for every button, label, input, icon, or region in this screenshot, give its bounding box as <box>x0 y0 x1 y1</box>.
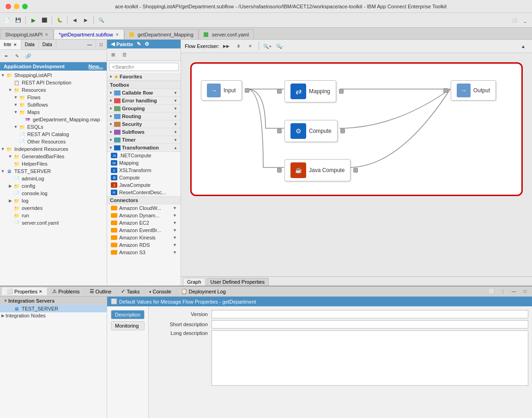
tree-independent-resources[interactable]: ▼ 📁 Independent Resources <box>0 145 107 153</box>
sidebar-new-link[interactable]: New... <box>89 64 103 69</box>
palette-search-input[interactable] <box>109 63 179 71</box>
input-output-port[interactable] <box>245 88 249 93</box>
compute-input-port[interactable] <box>277 129 282 133</box>
tree-test-server-bottom[interactable]: 🖥 TEST_SERVER <box>0 305 107 312</box>
tab-getdepartment-mapping[interactable]: getDepartment_Mapping <box>124 29 199 39</box>
tree-server-conf-yaml[interactable]: 📄 server.conf.yaml <box>0 219 107 227</box>
canvas-tab-graph[interactable]: Graph <box>183 278 206 286</box>
tab-shoppinglistapi-close[interactable]: ✕ <box>45 32 48 37</box>
palette-connector-cloudwatch[interactable]: Amazon CloudW... ▼ <box>107 204 181 212</box>
sidebar-link-button[interactable]: 🔗 <box>23 51 33 61</box>
palette-favorites[interactable]: ▼ ★ Favorites <box>107 73 181 81</box>
tree-adminlog[interactable]: 📄 adminLog <box>0 175 107 182</box>
canvas-tab-user-defined[interactable]: User Defined Properties <box>206 278 269 286</box>
compute-output-port[interactable] <box>340 129 345 133</box>
back-button[interactable]: ◀ <box>70 15 80 25</box>
sidebar-tab-integration-close[interactable]: ✕ <box>13 42 17 47</box>
tree-shoppinglistapi[interactable]: ▼ 📁 ShoppingListAPI <box>0 72 107 79</box>
tree-run[interactable]: 📁 run <box>0 212 107 219</box>
short-desc-input[interactable] <box>212 320 528 328</box>
java-compute-output-port[interactable] <box>353 168 358 173</box>
tree-helperfiles[interactable]: 📁 HelperFiles <box>0 160 107 167</box>
canvas-zoom-in[interactable]: 🔍+ <box>262 41 272 51</box>
debug-button[interactable]: 🐛 <box>54 15 65 25</box>
tree-esqls[interactable]: ▼ 📁 ESQLs <box>0 123 107 131</box>
bottom-tab-outline[interactable]: ☰ Outline <box>85 287 117 295</box>
minimize-view-button[interactable]: _ <box>520 15 530 25</box>
version-input[interactable] <box>212 310 528 318</box>
flow-node-mapping[interactable]: ⇄ Mapping <box>277 80 344 102</box>
tree-maps[interactable]: ▼ 📁 Maps <box>0 108 107 116</box>
sidebar-maximize-button[interactable]: □ <box>96 40 107 49</box>
mapping-input-port[interactable] <box>277 89 282 94</box>
palette-connector-dynamodb[interactable]: Amazon Dynam... ▼ <box>107 212 181 219</box>
palette-category-routing[interactable]: ▼ Routing ▼ <box>107 113 181 120</box>
palette-category-callable[interactable]: ▼ Callable flow ▼ <box>107 89 181 97</box>
bottom-tab-properties-close[interactable]: ✕ <box>39 289 42 294</box>
mapping-output-port[interactable] <box>339 89 344 94</box>
bottom-tab-deployment-log[interactable]: 📋 Deployment Log <box>176 287 231 295</box>
palette-connector-ec2[interactable]: Amazon EC2 ▼ <box>107 219 181 227</box>
long-desc-input[interactable] <box>212 330 528 386</box>
palette-list-btn[interactable]: ☰ <box>119 49 129 60</box>
palette-collapse-arrow[interactable]: ◀ <box>111 41 115 47</box>
tree-other-resources[interactable]: 📄 Other Resources <box>0 138 107 145</box>
tab-shoppinglistapi[interactable]: ShoppingListAPI ✕ <box>0 29 54 39</box>
bottom-tab-problems[interactable]: ⚠ Problems <box>48 287 85 295</box>
canvas-area[interactable]: → Input ⇄ Mapping <box>181 53 532 276</box>
tree-flows[interactable]: ▼ 📁 Flows <box>0 94 107 101</box>
palette-connector-s3[interactable]: Amazon S3 ▼ <box>107 249 181 256</box>
canvas-scroll-up[interactable]: ▲ <box>518 41 528 51</box>
output-input-port[interactable] <box>443 88 448 93</box>
java-compute-input-port[interactable] <box>277 168 282 173</box>
maximize-view-button[interactable]: ⬜ <box>509 15 519 25</box>
save-button[interactable]: 💾 <box>13 15 23 25</box>
flow-node-compute[interactable]: ⚙ Compute <box>277 120 345 142</box>
tree-config[interactable]: ▶ 📁 config <box>0 182 107 190</box>
tree-subflows[interactable]: ▼ 📁 Subflows <box>0 101 107 108</box>
tree-log[interactable]: ▶ 📁 log <box>0 197 107 204</box>
flow-node-java-compute[interactable]: ☕ Java Compute <box>277 159 358 181</box>
palette-item-netcompute[interactable]: .N .NETCompute <box>107 152 181 159</box>
bottom-tab-console[interactable]: ▪ Console <box>145 288 176 295</box>
palette-item-resetcontent[interactable]: R ResetContentDesc... <box>107 189 181 196</box>
new-file-button[interactable]: 📄 <box>2 15 12 25</box>
run-button[interactable]: ▶ <box>28 15 38 25</box>
bottom-tab-properties[interactable]: ⬜ Properties ✕ <box>2 287 48 295</box>
palette-category-timer[interactable]: ▼ Timer ▼ <box>107 136 181 144</box>
tab-server-conf-yaml[interactable]: server.conf.yaml <box>199 29 254 39</box>
sidebar-tab-data2[interactable]: Data <box>39 40 56 49</box>
flow-exerciser-stop[interactable]: ⏸ <box>233 41 243 51</box>
tree-consolelog[interactable]: 📄 console.log <box>0 190 107 197</box>
palette-item-javacompute[interactable]: J JavaCompute <box>107 181 181 189</box>
stop-button[interactable]: ⬛ <box>39 15 49 25</box>
tree-overrides[interactable]: 📁 overrides <box>0 204 107 212</box>
bottom-maximize-button[interactable]: □ <box>520 287 530 297</box>
sidebar-minimize-button[interactable]: — <box>84 40 96 49</box>
tree-rest-api-catalog[interactable]: 📄 REST API Catalog <box>0 131 107 138</box>
flow-node-input[interactable]: → Input <box>201 80 249 101</box>
props-monitoring-tab[interactable]: Monitoring <box>111 321 145 330</box>
palette-item-xsltransform[interactable]: X XSLTransform <box>107 167 181 174</box>
tree-generatedbarfiles[interactable]: ▼ 📁 GeneratedBarFiles <box>0 153 107 160</box>
palette-category-transformation[interactable]: ▼ Transformation ▲ <box>107 144 181 152</box>
palette-connector-rds[interactable]: Amazon RDS ▼ <box>107 241 181 249</box>
tree-rest-api-desc[interactable]: 📋 REST API Description <box>0 79 107 86</box>
tree-getdepartment-mapping[interactable]: 🗺 getDepartment_Mapping.map <box>0 116 107 123</box>
palette-item-mapping[interactable]: M Mapping <box>107 159 181 167</box>
maximize-button[interactable] <box>22 4 28 9</box>
sidebar-tab-data1[interactable]: Data <box>21 40 39 49</box>
palette-connector-eventbridge[interactable]: Amazon EventBr... ▼ <box>107 227 181 234</box>
palette-category-grouping[interactable]: ▼ Grouping ▼ <box>107 105 181 113</box>
flow-exerciser-start[interactable]: ▶▶ <box>221 41 231 51</box>
bottom-more-button[interactable]: ⋮ <box>498 287 508 297</box>
bottom-new-view-button[interactable]: ⬜ <box>487 287 497 297</box>
tab-getdepartment-subflow-close[interactable]: ✕ <box>115 32 119 37</box>
palette-connector-kinesis[interactable]: Amazon Kinesis ▼ <box>107 234 181 241</box>
bottom-tab-tasks[interactable]: ✓ Tasks <box>116 287 145 295</box>
palette-category-error[interactable]: ▼ Error handling ▼ <box>107 97 181 105</box>
palette-layout-btn[interactable]: ⊞ <box>108 49 118 60</box>
minimize-button[interactable] <box>14 4 19 9</box>
palette-category-security[interactable]: ▼ Security ▼ <box>107 120 181 128</box>
props-description-tab[interactable]: Description <box>111 310 145 319</box>
